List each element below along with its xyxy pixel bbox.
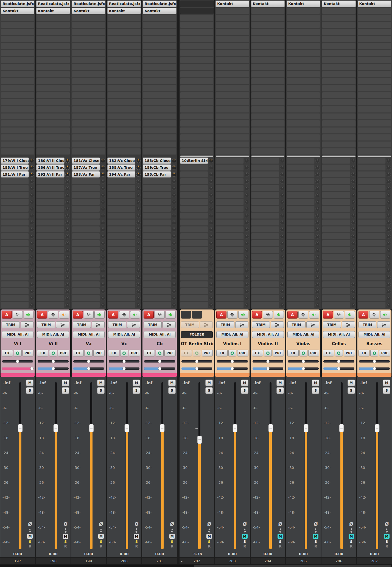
fx-slot-empty[interactable] (322, 71, 355, 78)
send-slot-empty[interactable] (180, 254, 208, 260)
send-slot-empty[interactable] (36, 261, 64, 267)
fx-slot-empty[interactable] (251, 29, 285, 35)
send-slot[interactable]: 186:Vi II Tree (36, 164, 64, 171)
fx-slot-empty[interactable] (36, 99, 70, 106)
fx-slot-empty[interactable] (107, 85, 141, 92)
fx-slot-empty[interactable] (358, 57, 391, 63)
trim-button[interactable]: TRIM (323, 321, 341, 328)
mute-button[interactable]: M (97, 380, 105, 386)
send-slot-empty[interactable] (287, 302, 315, 308)
fx-slot-empty[interactable] (358, 78, 391, 85)
send-slot-empty[interactable] (180, 219, 208, 226)
record-arm-button[interactable]: A (323, 311, 333, 319)
pan-slider[interactable] (288, 359, 319, 363)
send-slot-empty[interactable] (180, 199, 208, 205)
send-slot-empty[interactable] (72, 288, 100, 294)
fx-slot-empty[interactable] (251, 99, 285, 106)
fx-slot-empty[interactable] (322, 43, 355, 49)
fx-slot-empty[interactable] (215, 64, 249, 70)
send-slot-empty[interactable] (107, 206, 135, 212)
send-slot-empty[interactable] (143, 302, 171, 308)
send-slot-empty[interactable] (107, 295, 135, 301)
pre-button[interactable]: PRE (344, 350, 355, 356)
send-slot-empty[interactable] (1, 185, 29, 191)
send-slot-empty[interactable] (36, 199, 64, 205)
send-slot-empty[interactable] (287, 240, 315, 246)
send-slot-empty[interactable] (358, 226, 386, 233)
pre-button[interactable]: PRE (129, 350, 140, 356)
fader-thumb[interactable] (89, 424, 94, 432)
fx-slot-empty[interactable] (180, 120, 214, 127)
io-routing-icon[interactable] (207, 528, 211, 533)
send-slot-empty[interactable] (180, 274, 208, 281)
fx-slot-empty[interactable] (215, 36, 249, 42)
send-slot-empty[interactable] (143, 240, 171, 246)
send-slot-empty[interactable] (215, 199, 243, 205)
fader-thumb[interactable] (125, 424, 129, 432)
fx-slot-empty[interactable] (287, 78, 320, 85)
fader-thumb[interactable] (304, 424, 308, 432)
fx-slot-empty[interactable] (358, 43, 391, 49)
width-slider[interactable] (253, 366, 283, 370)
send-slot-empty[interactable] (143, 226, 171, 233)
send-slot-empty[interactable] (287, 274, 315, 281)
fx-slot-empty[interactable] (215, 15, 249, 21)
volume-fader[interactable] (198, 382, 200, 549)
send-slot-empty[interactable] (180, 267, 208, 274)
send-slot-empty[interactable] (107, 288, 135, 294)
send-slot-empty[interactable] (358, 192, 386, 198)
pan-slider[interactable] (144, 359, 175, 363)
send-slot-empty[interactable] (215, 185, 243, 191)
fx-slot[interactable]: Reaticulate.jsfx (143, 1, 176, 7)
phase-button[interactable]: Ø (135, 522, 138, 527)
midi-input-button[interactable]: MIDI: All: Al (73, 331, 105, 338)
send-slot-empty[interactable] (36, 288, 64, 294)
width-thumb[interactable] (337, 367, 340, 370)
pan-thumb[interactable] (337, 360, 340, 363)
send-slot-empty[interactable] (322, 157, 350, 164)
pre-button[interactable]: PRE (58, 350, 69, 356)
solo-button[interactable]: S (62, 387, 69, 394)
send-slot-empty[interactable] (36, 178, 64, 184)
fx-slot-empty[interactable] (287, 29, 320, 35)
send-slot-empty[interactable] (1, 281, 29, 287)
fx-slot-empty[interactable] (107, 106, 141, 113)
fx-bypass-button[interactable] (85, 350, 93, 356)
routing-button[interactable] (200, 321, 213, 328)
send-slot-empty[interactable] (358, 240, 386, 246)
solo-button[interactable]: S (312, 387, 319, 394)
fader-thumb[interactable] (160, 424, 165, 432)
fx-slot-empty[interactable] (215, 29, 249, 35)
fx-slot-empty[interactable] (143, 29, 176, 35)
fx-slot-empty[interactable] (143, 85, 176, 92)
pan-thumb[interactable] (195, 360, 198, 363)
fx-slot-empty[interactable] (143, 113, 176, 120)
send-slot-empty[interactable] (251, 274, 279, 281)
fx-slot-empty[interactable] (180, 22, 214, 28)
fx-slot-empty[interactable] (107, 71, 141, 78)
fx-slot-empty[interactable] (107, 134, 141, 141)
fx-slot-empty[interactable] (107, 15, 141, 21)
send-slot-empty[interactable] (36, 185, 64, 191)
send-slot-empty[interactable] (251, 288, 279, 294)
fx-slot[interactable]: Kontakt (287, 1, 320, 7)
pan-thumb[interactable] (266, 360, 270, 363)
solo-button[interactable]: S (241, 387, 248, 394)
width-slider[interactable] (38, 366, 68, 370)
fx-slot-empty[interactable] (1, 120, 34, 127)
send-slot-empty[interactable] (180, 185, 208, 191)
send-slot-empty[interactable] (215, 288, 243, 294)
fx-slot-empty[interactable] (143, 148, 176, 155)
send-slot-empty[interactable] (215, 247, 243, 253)
fx-slot-empty[interactable] (215, 120, 249, 127)
pre-button[interactable]: PRE (308, 350, 320, 356)
fx-bypass-button[interactable] (264, 350, 272, 356)
fx-slot-empty[interactable] (72, 78, 105, 85)
send-knob-icon[interactable] (172, 172, 176, 177)
trim-button[interactable]: TRIM (216, 321, 234, 328)
send-slot-empty[interactable] (143, 295, 171, 301)
fx-slot-empty[interactable] (215, 92, 249, 99)
send-slot-empty[interactable] (107, 192, 135, 198)
pre-button[interactable]: PRE (93, 350, 105, 356)
send-slot-empty[interactable] (1, 178, 29, 184)
